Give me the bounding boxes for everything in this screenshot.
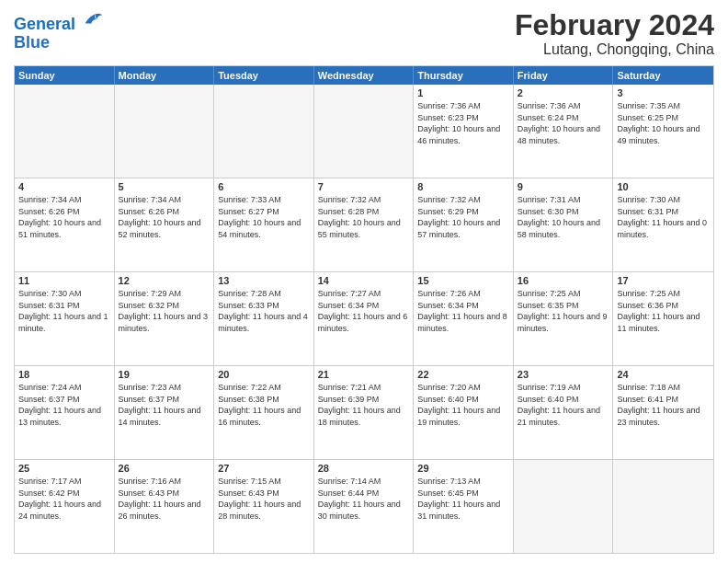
calendar-day-cell: 16Sunrise: 7:25 AMSunset: 6:35 PMDayligh… <box>514 272 614 365</box>
title-block: February 2024 Lutang, Chongqing, China <box>515 9 714 58</box>
day-info: Sunrise: 7:33 AMSunset: 6:27 PMDaylight:… <box>218 194 310 240</box>
weekday-header: Wednesday <box>314 66 415 85</box>
day-info: Sunrise: 7:27 AMSunset: 6:34 PMDaylight:… <box>318 288 410 334</box>
day-info: Sunrise: 7:13 AMSunset: 6:45 PMDaylight:… <box>417 476 509 522</box>
day-info: Sunrise: 7:16 AMSunset: 6:43 PMDaylight:… <box>119 476 210 522</box>
calendar-day-cell: 1Sunrise: 7:36 AMSunset: 6:23 PMDaylight… <box>414 85 514 178</box>
calendar-day-cell: 10Sunrise: 7:30 AMSunset: 6:31 PMDayligh… <box>613 178 713 271</box>
day-number: 8 <box>417 181 509 192</box>
calendar-day-cell: 27Sunrise: 7:15 AMSunset: 6:43 PMDayligh… <box>214 460 314 553</box>
day-number: 20 <box>218 369 310 380</box>
logo-blue: Blue <box>14 34 102 52</box>
day-info: Sunrise: 7:20 AMSunset: 6:40 PMDaylight:… <box>417 382 509 428</box>
calendar: SundayMondayTuesdayWednesdayThursdayFrid… <box>14 65 714 554</box>
calendar-day-cell: 20Sunrise: 7:22 AMSunset: 6:38 PMDayligh… <box>214 366 314 459</box>
weekday-header: Friday <box>514 66 614 85</box>
day-info: Sunrise: 7:36 AMSunset: 6:24 PMDaylight:… <box>518 100 609 146</box>
day-info: Sunrise: 7:36 AMSunset: 6:23 PMDaylight:… <box>417 100 509 146</box>
day-info: Sunrise: 7:30 AMSunset: 6:31 PMDaylight:… <box>617 194 710 240</box>
calendar-day-cell: 25Sunrise: 7:17 AMSunset: 6:42 PMDayligh… <box>15 460 115 553</box>
day-info: Sunrise: 7:29 AMSunset: 6:32 PMDaylight:… <box>119 288 210 334</box>
day-number: 15 <box>417 275 509 286</box>
day-info: Sunrise: 7:24 AMSunset: 6:37 PMDaylight:… <box>18 382 110 428</box>
logo-general: General <box>14 15 75 33</box>
calendar-day-cell <box>314 85 415 178</box>
day-number: 29 <box>417 463 509 474</box>
calendar-day-cell <box>514 460 614 553</box>
calendar-day-cell: 23Sunrise: 7:19 AMSunset: 6:40 PMDayligh… <box>514 366 614 459</box>
day-info: Sunrise: 7:32 AMSunset: 6:28 PMDaylight:… <box>318 194 410 240</box>
day-number: 2 <box>518 87 609 98</box>
calendar-day-cell: 22Sunrise: 7:20 AMSunset: 6:40 PMDayligh… <box>414 366 514 459</box>
day-info: Sunrise: 7:18 AMSunset: 6:41 PMDaylight:… <box>617 382 710 428</box>
calendar-day-cell: 8Sunrise: 7:32 AMSunset: 6:29 PMDaylight… <box>414 178 514 271</box>
calendar-day-cell: 17Sunrise: 7:25 AMSunset: 6:36 PMDayligh… <box>613 272 713 365</box>
calendar-day-cell: 2Sunrise: 7:36 AMSunset: 6:24 PMDaylight… <box>514 85 614 178</box>
weekday-header: Sunday <box>15 66 115 85</box>
calendar-week-1: 1Sunrise: 7:36 AMSunset: 6:23 PMDaylight… <box>15 85 713 178</box>
calendar-day-cell <box>613 460 713 553</box>
calendar-week-3: 11Sunrise: 7:30 AMSunset: 6:31 PMDayligh… <box>15 271 713 365</box>
header: General Blue February 2024 Lutang, Chong… <box>14 9 714 58</box>
day-number: 22 <box>417 369 509 380</box>
day-number: 24 <box>617 369 710 380</box>
calendar-title: February 2024 <box>515 9 714 41</box>
day-number: 27 <box>218 463 310 474</box>
day-info: Sunrise: 7:34 AMSunset: 6:26 PMDaylight:… <box>18 194 110 240</box>
calendar-day-cell: 7Sunrise: 7:32 AMSunset: 6:28 PMDaylight… <box>314 178 415 271</box>
day-info: Sunrise: 7:15 AMSunset: 6:43 PMDaylight:… <box>218 476 310 522</box>
weekday-header: Tuesday <box>214 66 314 85</box>
day-info: Sunrise: 7:31 AMSunset: 6:30 PMDaylight:… <box>518 194 609 240</box>
day-info: Sunrise: 7:14 AMSunset: 6:44 PMDaylight:… <box>318 476 410 522</box>
day-info: Sunrise: 7:21 AMSunset: 6:39 PMDaylight:… <box>318 382 410 428</box>
calendar-day-cell: 24Sunrise: 7:18 AMSunset: 6:41 PMDayligh… <box>613 366 713 459</box>
calendar-day-cell <box>15 85 115 178</box>
day-number: 7 <box>318 181 410 192</box>
calendar-day-cell: 29Sunrise: 7:13 AMSunset: 6:45 PMDayligh… <box>414 460 514 553</box>
day-number: 16 <box>518 275 609 286</box>
day-number: 26 <box>119 463 210 474</box>
calendar-day-cell: 13Sunrise: 7:28 AMSunset: 6:33 PMDayligh… <box>214 272 314 365</box>
day-info: Sunrise: 7:34 AMSunset: 6:26 PMDaylight:… <box>119 194 210 240</box>
logo-bird-icon <box>82 9 102 29</box>
day-info: Sunrise: 7:26 AMSunset: 6:34 PMDaylight:… <box>417 288 509 334</box>
calendar-day-cell: 3Sunrise: 7:35 AMSunset: 6:25 PMDaylight… <box>613 85 713 178</box>
day-number: 18 <box>18 369 110 380</box>
day-number: 23 <box>518 369 609 380</box>
calendar-location: Lutang, Chongqing, China <box>515 41 714 58</box>
day-info: Sunrise: 7:28 AMSunset: 6:33 PMDaylight:… <box>218 288 310 334</box>
calendar-day-cell: 26Sunrise: 7:16 AMSunset: 6:43 PMDayligh… <box>115 460 215 553</box>
day-info: Sunrise: 7:25 AMSunset: 6:35 PMDaylight:… <box>518 288 609 334</box>
calendar-header: SundayMondayTuesdayWednesdayThursdayFrid… <box>15 66 713 85</box>
calendar-body: 1Sunrise: 7:36 AMSunset: 6:23 PMDaylight… <box>15 85 713 553</box>
day-number: 12 <box>119 275 210 286</box>
day-number: 14 <box>318 275 410 286</box>
day-info: Sunrise: 7:22 AMSunset: 6:38 PMDaylight:… <box>218 382 310 428</box>
calendar-day-cell: 14Sunrise: 7:27 AMSunset: 6:34 PMDayligh… <box>314 272 415 365</box>
logo-text: General <box>14 9 102 34</box>
day-number: 4 <box>18 181 110 192</box>
calendar-week-2: 4Sunrise: 7:34 AMSunset: 6:26 PMDaylight… <box>15 178 713 271</box>
calendar-day-cell: 15Sunrise: 7:26 AMSunset: 6:34 PMDayligh… <box>414 272 514 365</box>
calendar-day-cell: 12Sunrise: 7:29 AMSunset: 6:32 PMDayligh… <box>115 272 215 365</box>
day-info: Sunrise: 7:30 AMSunset: 6:31 PMDaylight:… <box>18 288 110 334</box>
day-number: 21 <box>318 369 410 380</box>
day-number: 13 <box>218 275 310 286</box>
day-info: Sunrise: 7:32 AMSunset: 6:29 PMDaylight:… <box>417 194 509 240</box>
day-info: Sunrise: 7:17 AMSunset: 6:42 PMDaylight:… <box>18 476 110 522</box>
calendar-day-cell: 11Sunrise: 7:30 AMSunset: 6:31 PMDayligh… <box>15 272 115 365</box>
logo: General Blue <box>14 9 102 52</box>
day-info: Sunrise: 7:25 AMSunset: 6:36 PMDaylight:… <box>617 288 710 334</box>
calendar-day-cell: 18Sunrise: 7:24 AMSunset: 6:37 PMDayligh… <box>15 366 115 459</box>
weekday-header: Saturday <box>613 66 713 85</box>
day-info: Sunrise: 7:19 AMSunset: 6:40 PMDaylight:… <box>518 382 609 428</box>
day-number: 17 <box>617 275 710 286</box>
calendar-day-cell: 28Sunrise: 7:14 AMSunset: 6:44 PMDayligh… <box>314 460 415 553</box>
calendar-day-cell <box>214 85 314 178</box>
weekday-header: Monday <box>115 66 215 85</box>
day-number: 3 <box>617 87 710 98</box>
calendar-day-cell: 6Sunrise: 7:33 AMSunset: 6:27 PMDaylight… <box>214 178 314 271</box>
calendar-day-cell: 4Sunrise: 7:34 AMSunset: 6:26 PMDaylight… <box>15 178 115 271</box>
day-number: 1 <box>417 87 509 98</box>
day-number: 28 <box>318 463 410 474</box>
